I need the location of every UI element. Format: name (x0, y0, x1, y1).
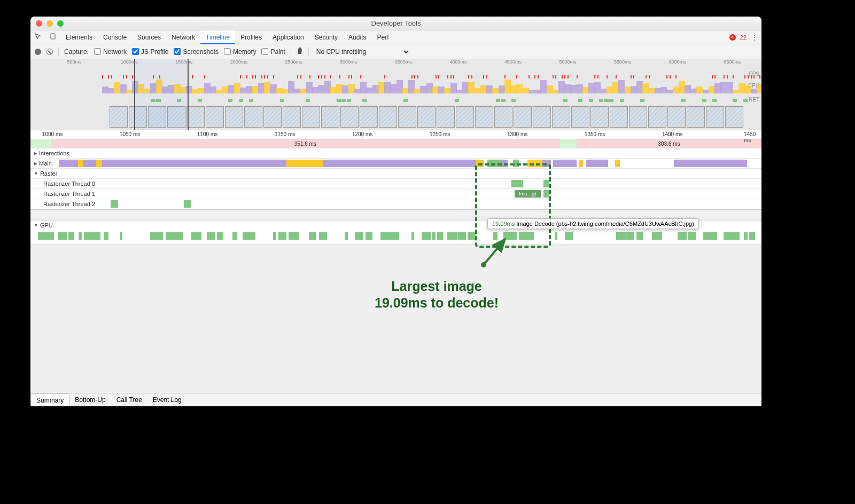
gpu-task[interactable] (232, 232, 238, 240)
gpu-task[interactable] (217, 232, 223, 240)
tab-timeline[interactable]: Timeline (200, 30, 235, 44)
flame-block[interactable] (96, 160, 102, 167)
gpu-task[interactable] (355, 232, 363, 240)
gpu-task[interactable] (724, 232, 729, 240)
gpu-task[interactable] (386, 232, 391, 240)
screenshot-thumb[interactable] (340, 106, 359, 128)
gpu-task[interactable] (293, 232, 299, 240)
screenshot-thumb[interactable] (514, 106, 532, 128)
gpu-task[interactable] (682, 232, 687, 240)
screenshot-thumb[interactable] (667, 106, 686, 128)
screenshot-thumb[interactable] (321, 106, 339, 128)
screenshot-thumb[interactable] (110, 106, 128, 128)
jsprofile-checkbox[interactable]: JS Profile (132, 48, 168, 56)
gpu-task[interactable] (636, 232, 643, 240)
gpu-task[interactable] (247, 232, 255, 240)
footer-tab-summary[interactable]: Summary (30, 393, 69, 407)
gpu-task[interactable] (411, 232, 414, 240)
gpu-task[interactable] (493, 232, 498, 240)
flame-block[interactable] (104, 160, 286, 167)
flame-block[interactable] (542, 160, 551, 167)
gpu-task[interactable] (166, 232, 171, 240)
tab-network[interactable]: Network (166, 30, 200, 44)
inspect-icon[interactable] (30, 33, 45, 42)
gpu-task[interactable] (283, 232, 286, 240)
screenshot-thumb[interactable] (687, 106, 705, 128)
flame-block[interactable] (579, 160, 583, 167)
screenshot-strip[interactable] (110, 106, 761, 130)
gpu-task[interactable] (457, 232, 466, 240)
gpu-task[interactable] (345, 232, 348, 240)
screenshot-thumb[interactable] (629, 106, 647, 128)
screenshot-thumb[interactable] (475, 106, 493, 128)
gpu-task[interactable] (621, 232, 626, 240)
screenshot-thumb[interactable] (417, 106, 436, 128)
raster-task[interactable] (111, 200, 118, 208)
flame-block[interactable] (487, 160, 502, 167)
error-count[interactable]: 22 (740, 34, 747, 41)
screenshot-thumb[interactable] (494, 106, 512, 128)
tab-perf[interactable]: Perf (371, 30, 394, 44)
gpu-task[interactable] (555, 232, 557, 240)
screenshot-thumb[interactable] (379, 106, 397, 128)
network-checkbox[interactable]: Network (94, 48, 127, 56)
gpu-task[interactable] (452, 232, 457, 240)
screenshot-thumb[interactable] (610, 106, 628, 128)
gpu-task[interactable] (64, 232, 68, 240)
tab-profiles[interactable]: Profiles (235, 30, 267, 44)
paint-checkbox[interactable]: Paint (261, 48, 285, 56)
more-menu-icon[interactable]: ⋮ (751, 33, 758, 42)
gpu-task[interactable] (570, 232, 573, 240)
screenshot-thumb[interactable] (533, 106, 551, 128)
gpu-task[interactable] (509, 232, 517, 240)
memory-checkbox[interactable]: Memory (224, 48, 256, 56)
gpu-task[interactable] (176, 232, 183, 240)
gpu-task[interactable] (104, 232, 108, 240)
overview-selection[interactable] (134, 59, 188, 130)
screenshot-thumb[interactable] (456, 106, 474, 128)
raster-task[interactable] (543, 180, 549, 187)
raster-task[interactable] (184, 200, 191, 208)
gpu-task[interactable] (207, 232, 215, 240)
gpu-task[interactable] (273, 232, 276, 240)
flame-block[interactable] (502, 160, 508, 167)
rasterizer-1[interactable]: Rasterizer Thread 1 Ima…g) (30, 189, 761, 199)
gpu-task[interactable] (366, 232, 372, 240)
screenshot-thumb[interactable] (590, 106, 609, 128)
flame-block[interactable] (615, 160, 619, 167)
tab-security[interactable]: Security (309, 30, 343, 44)
record-button[interactable] (35, 49, 41, 55)
main-lane[interactable]: ▶Main (30, 159, 761, 169)
flame-block[interactable] (527, 160, 542, 167)
gc-button[interactable] (297, 47, 303, 56)
gpu-task[interactable] (278, 232, 284, 240)
frame-b[interactable]: 303.6 ms (577, 139, 761, 148)
gpu-task[interactable] (94, 232, 100, 240)
overview-pane[interactable]: 500ms1000ms1500ms2000ms2500ms3000ms3500m… (30, 59, 761, 130)
tab-elements[interactable]: Elements (60, 30, 98, 44)
flame-block[interactable] (286, 160, 323, 167)
screenshot-thumb[interactable] (648, 106, 666, 128)
raster-task[interactable] (511, 180, 523, 187)
tab-application[interactable]: Application (267, 30, 309, 44)
screenshot-thumb[interactable] (437, 106, 455, 128)
cpu-throttle-select[interactable]: No CPU throttling (314, 48, 410, 56)
gpu-task[interactable] (688, 232, 696, 240)
gpu-task[interactable] (744, 232, 748, 240)
flame-block[interactable] (410, 160, 432, 167)
gpu-task[interactable] (48, 232, 54, 240)
gpu-task[interactable] (437, 232, 443, 240)
gpu-task[interactable] (120, 232, 122, 240)
gpu-task[interactable] (319, 232, 327, 240)
gpu-task[interactable] (156, 232, 163, 240)
screenshot-thumb[interactable] (206, 106, 224, 128)
gpu-task[interactable] (529, 232, 534, 240)
screenshot-thumb[interactable] (571, 106, 589, 128)
screenshot-thumb[interactable] (244, 106, 262, 128)
screenshot-thumb[interactable] (302, 106, 320, 128)
flame-block[interactable] (83, 160, 94, 167)
gpu-task[interactable] (734, 232, 740, 240)
clear-button[interactable] (46, 49, 53, 55)
screenshot-thumb[interactable] (552, 106, 570, 128)
screenshot-thumb[interactable] (398, 106, 416, 128)
